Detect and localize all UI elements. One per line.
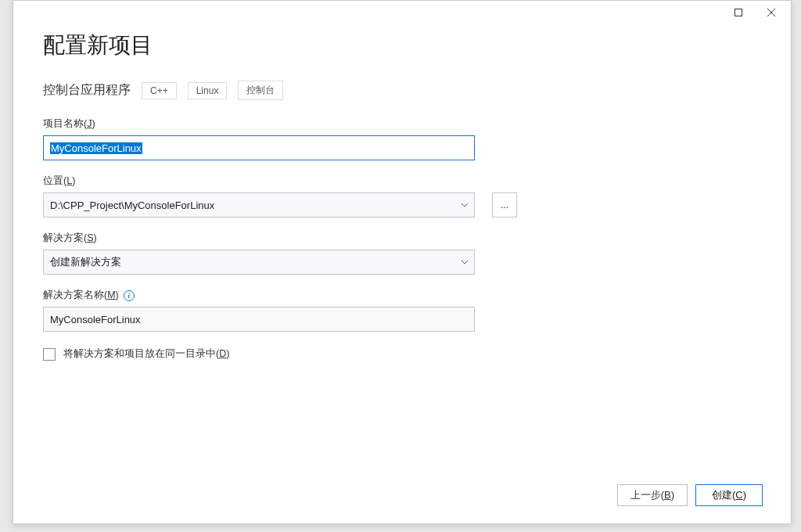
chevron-down-icon (462, 261, 468, 264)
solution-name-input[interactable] (43, 307, 475, 332)
tag-linux: Linux (188, 82, 228, 99)
solution-select[interactable]: 创建新解决方案 (43, 250, 475, 275)
titlebar (13, 1, 791, 24)
location-label: 位置(L) (43, 174, 761, 188)
info-icon[interactable]: i (124, 290, 135, 301)
project-name-input[interactable]: MyConsoleForLinux (43, 135, 475, 160)
page-title: 配置新项目 (43, 31, 761, 60)
back-button[interactable]: 上一步(B) (617, 484, 688, 506)
project-name-label: 项目名称(J) (43, 117, 761, 131)
same-directory-checkbox[interactable] (43, 348, 56, 361)
solution-name-label: 解决方案名称(M) (43, 289, 119, 302)
chevron-down-icon (462, 203, 468, 207)
tag-cpp: C++ (142, 82, 177, 99)
dialog-footer: 上一步(B) 创建(C) (13, 478, 791, 523)
project-name-group: 项目名称(J) MyConsoleForLinux (43, 117, 761, 160)
solution-label: 解决方案(S) (43, 232, 761, 245)
solution-group: 解决方案(S) 创建新解决方案 (43, 232, 761, 275)
solution-name-group: 解决方案名称(M) i (43, 289, 761, 332)
create-button[interactable]: 创建(C) (695, 484, 763, 506)
configure-new-project-dialog: 配置新项目 控制台应用程序 C++ Linux 控制台 项目名称(J) MyCo… (13, 0, 792, 524)
dialog-content: 配置新项目 控制台应用程序 C++ Linux 控制台 项目名称(J) MyCo… (13, 24, 791, 478)
same-directory-label: 将解决方案和项目放在同一目录中(D) (63, 347, 229, 361)
location-input[interactable]: D:\CPP_Project\MyConsoleForLinux (43, 192, 475, 217)
same-directory-row: 将解决方案和项目放在同一目录中(D) (43, 347, 761, 361)
project-type-subtitle: 控制台应用程序 (43, 82, 131, 99)
location-group: 位置(L) D:\CPP_Project\MyConsoleForLinux .… (43, 174, 761, 217)
close-icon (767, 9, 775, 16)
svg-rect-0 (735, 9, 742, 16)
maximize-button[interactable] (722, 2, 755, 23)
browse-location-button[interactable]: ... (492, 192, 517, 217)
maximize-icon (735, 9, 742, 16)
tag-console: 控制台 (238, 81, 283, 100)
close-button[interactable] (755, 2, 788, 23)
subtitle-row: 控制台应用程序 C++ Linux 控制台 (43, 81, 761, 100)
